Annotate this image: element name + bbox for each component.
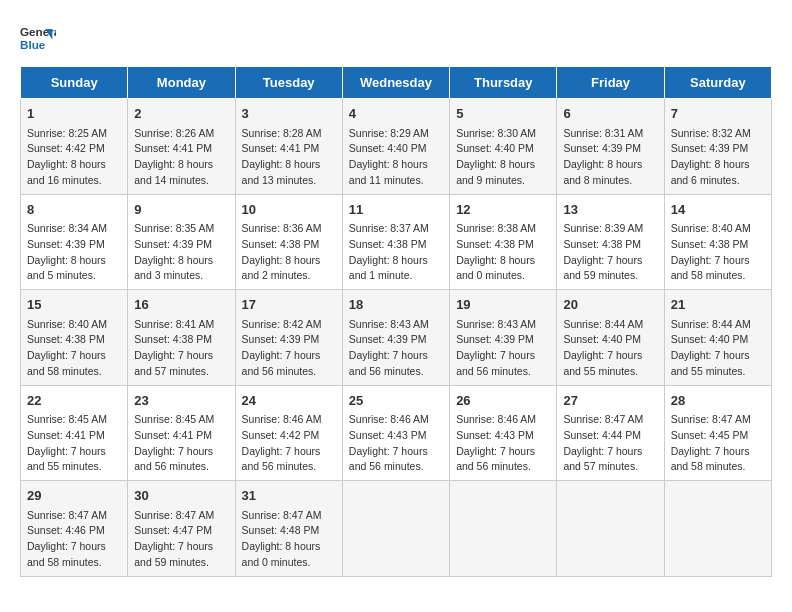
calendar-week-row: 1 Sunrise: 8:25 AM Sunset: 4:42 PM Dayli… [21, 99, 772, 195]
calendar-cell: 31 Sunrise: 8:47 AM Sunset: 4:48 PM Dayl… [235, 481, 342, 577]
day-number: 28 [671, 391, 765, 411]
daylight-label: Daylight: 7 hours and 58 minutes. [671, 445, 750, 473]
sunset-label: Sunset: 4:43 PM [456, 429, 534, 441]
calendar-cell: 22 Sunrise: 8:45 AM Sunset: 4:41 PM Dayl… [21, 385, 128, 481]
day-number: 26 [456, 391, 550, 411]
day-number: 7 [671, 104, 765, 124]
day-number: 14 [671, 200, 765, 220]
daylight-label: Daylight: 8 hours and 8 minutes. [563, 158, 642, 186]
sunset-label: Sunset: 4:40 PM [563, 333, 641, 345]
calendar-cell: 17 Sunrise: 8:42 AM Sunset: 4:39 PM Dayl… [235, 290, 342, 386]
daylight-label: Daylight: 7 hours and 56 minutes. [242, 349, 321, 377]
calendar-cell: 28 Sunrise: 8:47 AM Sunset: 4:45 PM Dayl… [664, 385, 771, 481]
calendar-cell: 11 Sunrise: 8:37 AM Sunset: 4:38 PM Dayl… [342, 194, 449, 290]
calendar-cell: 30 Sunrise: 8:47 AM Sunset: 4:47 PM Dayl… [128, 481, 235, 577]
sunset-label: Sunset: 4:39 PM [563, 142, 641, 154]
sunrise-label: Sunrise: 8:44 AM [671, 318, 751, 330]
day-number: 13 [563, 200, 657, 220]
sunrise-label: Sunrise: 8:46 AM [349, 413, 429, 425]
day-number: 15 [27, 295, 121, 315]
calendar-cell: 29 Sunrise: 8:47 AM Sunset: 4:46 PM Dayl… [21, 481, 128, 577]
daylight-label: Daylight: 7 hours and 55 minutes. [27, 445, 106, 473]
day-number: 19 [456, 295, 550, 315]
sunrise-label: Sunrise: 8:43 AM [349, 318, 429, 330]
day-number: 31 [242, 486, 336, 506]
sunrise-label: Sunrise: 8:31 AM [563, 127, 643, 139]
daylight-label: Daylight: 8 hours and 13 minutes. [242, 158, 321, 186]
sunset-label: Sunset: 4:38 PM [242, 238, 320, 250]
daylight-label: Daylight: 8 hours and 1 minute. [349, 254, 428, 282]
calendar-cell: 4 Sunrise: 8:29 AM Sunset: 4:40 PM Dayli… [342, 99, 449, 195]
sunset-label: Sunset: 4:42 PM [242, 429, 320, 441]
calendar-cell: 24 Sunrise: 8:46 AM Sunset: 4:42 PM Dayl… [235, 385, 342, 481]
calendar-cell: 10 Sunrise: 8:36 AM Sunset: 4:38 PM Dayl… [235, 194, 342, 290]
calendar-cell: 12 Sunrise: 8:38 AM Sunset: 4:38 PM Dayl… [450, 194, 557, 290]
daylight-label: Daylight: 7 hours and 59 minutes. [563, 254, 642, 282]
daylight-label: Daylight: 7 hours and 58 minutes. [671, 254, 750, 282]
sunrise-label: Sunrise: 8:29 AM [349, 127, 429, 139]
sunset-label: Sunset: 4:41 PM [134, 429, 212, 441]
calendar-week-row: 8 Sunrise: 8:34 AM Sunset: 4:39 PM Dayli… [21, 194, 772, 290]
sunrise-label: Sunrise: 8:47 AM [134, 509, 214, 521]
day-number: 25 [349, 391, 443, 411]
sunset-label: Sunset: 4:39 PM [242, 333, 320, 345]
daylight-label: Daylight: 8 hours and 14 minutes. [134, 158, 213, 186]
day-number: 3 [242, 104, 336, 124]
calendar-week-row: 22 Sunrise: 8:45 AM Sunset: 4:41 PM Dayl… [21, 385, 772, 481]
calendar-cell: 16 Sunrise: 8:41 AM Sunset: 4:38 PM Dayl… [128, 290, 235, 386]
daylight-label: Daylight: 7 hours and 56 minutes. [349, 445, 428, 473]
day-header-thursday: Thursday [450, 67, 557, 99]
sunset-label: Sunset: 4:38 PM [671, 238, 749, 250]
sunrise-label: Sunrise: 8:25 AM [27, 127, 107, 139]
calendar-cell [450, 481, 557, 577]
calendar-cell: 9 Sunrise: 8:35 AM Sunset: 4:39 PM Dayli… [128, 194, 235, 290]
sunrise-label: Sunrise: 8:26 AM [134, 127, 214, 139]
sunset-label: Sunset: 4:46 PM [27, 524, 105, 536]
calendar-week-row: 15 Sunrise: 8:40 AM Sunset: 4:38 PM Dayl… [21, 290, 772, 386]
sunrise-label: Sunrise: 8:40 AM [671, 222, 751, 234]
calendar-cell: 20 Sunrise: 8:44 AM Sunset: 4:40 PM Dayl… [557, 290, 664, 386]
calendar-cell: 21 Sunrise: 8:44 AM Sunset: 4:40 PM Dayl… [664, 290, 771, 386]
sunset-label: Sunset: 4:38 PM [563, 238, 641, 250]
daylight-label: Daylight: 8 hours and 6 minutes. [671, 158, 750, 186]
logo-icon: General Blue [20, 20, 56, 56]
day-number: 29 [27, 486, 121, 506]
daylight-label: Daylight: 8 hours and 3 minutes. [134, 254, 213, 282]
day-number: 12 [456, 200, 550, 220]
sunrise-label: Sunrise: 8:38 AM [456, 222, 536, 234]
calendar-cell: 5 Sunrise: 8:30 AM Sunset: 4:40 PM Dayli… [450, 99, 557, 195]
sunrise-label: Sunrise: 8:30 AM [456, 127, 536, 139]
sunset-label: Sunset: 4:41 PM [242, 142, 320, 154]
sunset-label: Sunset: 4:38 PM [27, 333, 105, 345]
calendar-cell: 25 Sunrise: 8:46 AM Sunset: 4:43 PM Dayl… [342, 385, 449, 481]
daylight-label: Daylight: 8 hours and 11 minutes. [349, 158, 428, 186]
calendar-cell: 27 Sunrise: 8:47 AM Sunset: 4:44 PM Dayl… [557, 385, 664, 481]
sunrise-label: Sunrise: 8:39 AM [563, 222, 643, 234]
sunset-label: Sunset: 4:39 PM [349, 333, 427, 345]
day-number: 5 [456, 104, 550, 124]
day-number: 16 [134, 295, 228, 315]
calendar-cell: 15 Sunrise: 8:40 AM Sunset: 4:38 PM Dayl… [21, 290, 128, 386]
daylight-label: Daylight: 8 hours and 0 minutes. [456, 254, 535, 282]
sunrise-label: Sunrise: 8:47 AM [563, 413, 643, 425]
calendar-body: 1 Sunrise: 8:25 AM Sunset: 4:42 PM Dayli… [21, 99, 772, 577]
daylight-label: Daylight: 7 hours and 57 minutes. [563, 445, 642, 473]
daylight-label: Daylight: 7 hours and 58 minutes. [27, 540, 106, 568]
sunrise-label: Sunrise: 8:32 AM [671, 127, 751, 139]
day-number: 20 [563, 295, 657, 315]
calendar-cell: 14 Sunrise: 8:40 AM Sunset: 4:38 PM Dayl… [664, 194, 771, 290]
daylight-label: Daylight: 8 hours and 0 minutes. [242, 540, 321, 568]
sunrise-label: Sunrise: 8:45 AM [134, 413, 214, 425]
day-number: 8 [27, 200, 121, 220]
sunset-label: Sunset: 4:45 PM [671, 429, 749, 441]
sunrise-label: Sunrise: 8:40 AM [27, 318, 107, 330]
daylight-label: Daylight: 8 hours and 5 minutes. [27, 254, 106, 282]
day-number: 11 [349, 200, 443, 220]
day-header-friday: Friday [557, 67, 664, 99]
calendar-cell [342, 481, 449, 577]
calendar-table: SundayMondayTuesdayWednesdayThursdayFrid… [20, 66, 772, 577]
day-number: 17 [242, 295, 336, 315]
day-header-tuesday: Tuesday [235, 67, 342, 99]
day-number: 4 [349, 104, 443, 124]
calendar-cell: 23 Sunrise: 8:45 AM Sunset: 4:41 PM Dayl… [128, 385, 235, 481]
